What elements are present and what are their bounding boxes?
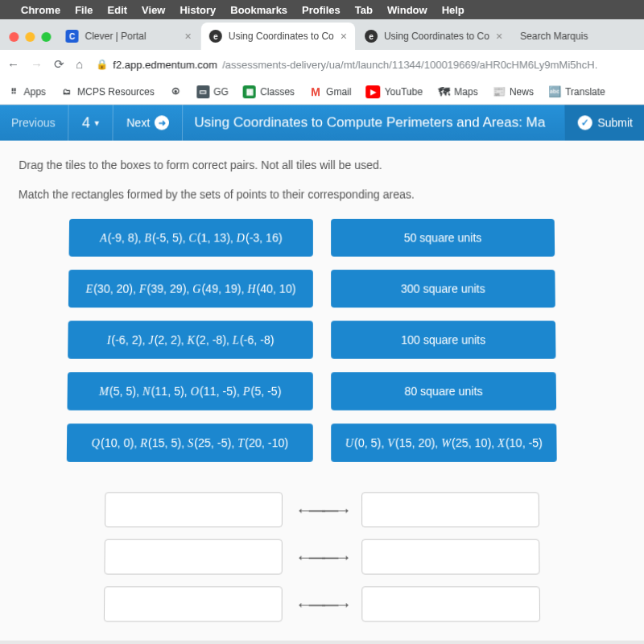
close-tab-icon[interactable]: × <box>496 30 502 43</box>
close-window-button[interactable] <box>9 32 19 42</box>
menu-chrome[interactable]: Chrome <box>21 3 60 15</box>
bookmark-gmail[interactable]: M Gmail <box>309 85 352 98</box>
bookmark-apps[interactable]: ⠿ Apps <box>6 85 46 98</box>
bookmark-classes[interactable]: ▦ Classes <box>243 85 295 98</box>
tile-area-100[interactable]: 100 square units <box>331 321 555 359</box>
favicon-clever: C <box>65 30 78 43</box>
circle-icon: ⦿ <box>169 85 182 98</box>
back-button[interactable]: ← <box>7 57 19 72</box>
maps-icon: 🗺 <box>437 85 450 98</box>
close-tab-icon[interactable]: × <box>341 30 347 43</box>
drop-row: ←——→ <box>104 539 539 575</box>
bookmark-news[interactable]: 📰 News <box>493 85 534 98</box>
bookmark-mcps[interactable]: 🗂 MCPS Resources <box>60 85 155 98</box>
assessment-title: Using Coordinates to Compute Perimeters … <box>183 105 565 140</box>
drop-row: ←——→ <box>104 586 540 621</box>
tab-label: Using Coordinates to Co <box>229 31 334 42</box>
tab-label: Clever | Portal <box>85 31 146 42</box>
tile-points-mnop[interactable]: M(5, 5), N(11, 5), O(11, -5), P(5, -5) <box>67 372 312 410</box>
tile-points-uvwx[interactable]: U(0, 5), V(15, 20), W(25, 10), X(10, -5) <box>331 423 557 462</box>
double-arrow-icon: ←——→ <box>295 500 348 519</box>
arrow-right-icon: ➜ <box>155 115 169 130</box>
tab-search-marquis[interactable]: Search Marquis <box>512 23 597 50</box>
drop-box-left[interactable] <box>105 492 283 527</box>
menu-bookmarks[interactable]: Bookmarks <box>230 3 287 15</box>
minimize-window-button[interactable] <box>25 32 35 42</box>
question-content: Drag the tiles to the boxes to form corr… <box>0 141 644 641</box>
bookmark-label: Translate <box>565 86 605 97</box>
tab-edmentum-2[interactable]: e Using Coordinates to Co × <box>357 23 510 50</box>
submit-button[interactable]: ✓ Submit <box>565 105 644 140</box>
url-field[interactable]: 🔒 f2.app.edmentum.com/assessments-delive… <box>96 59 597 71</box>
tab-active[interactable]: e Using Coordinates to Co × <box>201 23 355 50</box>
previous-label: Previous <box>11 116 56 129</box>
drop-box-right[interactable] <box>361 586 540 621</box>
menu-window[interactable]: Window <box>387 3 427 15</box>
mac-menubar: Chrome File Edit View History Bookmarks … <box>0 0 644 19</box>
window-controls <box>6 32 57 50</box>
menu-profiles[interactable]: Profiles <box>302 3 341 15</box>
bookmark-label: Gmail <box>326 86 351 97</box>
tile-area-300[interactable]: 300 square units <box>331 270 555 308</box>
next-label: Next <box>126 116 150 129</box>
bookmark-label: MCPS Resources <box>77 86 155 97</box>
youtube-icon: ▶ <box>366 85 381 98</box>
tile-points-abcd[interactable]: A(-9, 8), B(-5, 5), C(1, 13), D(-3, 16) <box>69 219 313 257</box>
folder-icon: 🗂 <box>60 85 73 98</box>
translate-icon: 🔤 <box>548 85 561 98</box>
tiles-column-left: A(-9, 8), B(-5, 5), C(1, 13), D(-3, 16) … <box>67 219 313 462</box>
bookmark-item[interactable]: ⦿ <box>169 85 182 98</box>
folder-icon: ▭ <box>196 85 209 98</box>
tiles-column-right: 50 square units 300 square units 100 squ… <box>331 219 577 462</box>
tile-points-ijkl[interactable]: I(-6, 2), J(2, 2), K(2, -8), L(-6, -8) <box>68 321 313 359</box>
drop-box-right[interactable] <box>361 539 539 575</box>
address-bar: ← → ⟳ ⌂ 🔒 f2.app.edmentum.com/assessment… <box>0 50 644 79</box>
news-icon: 📰 <box>493 85 506 98</box>
menu-edit[interactable]: Edit <box>107 3 127 15</box>
menu-view[interactable]: View <box>142 3 166 15</box>
drop-box-left[interactable] <box>104 539 282 575</box>
bookmark-label: Maps <box>454 86 478 97</box>
bookmark-label: News <box>510 86 534 97</box>
tile-area-50[interactable]: 50 square units <box>331 219 555 257</box>
double-arrow-icon: ←——→ <box>295 547 349 567</box>
bookmarks-bar: ⠿ Apps 🗂 MCPS Resources ⦿ ▭ GG ▦ Classes… <box>0 79 644 105</box>
previous-button[interactable]: Previous <box>0 105 69 140</box>
double-arrow-icon: ←——→ <box>295 594 349 613</box>
forward-button[interactable]: → <box>31 57 43 72</box>
assessment-header: Previous 4 ▾ Next ➜ Using Coordinates to… <box>0 105 644 140</box>
drop-box-right[interactable] <box>361 492 539 527</box>
question-number-dropdown[interactable]: 4 ▾ <box>69 105 114 140</box>
bookmark-maps[interactable]: 🗺 Maps <box>437 85 478 98</box>
instruction-secondary: Match the rectangles formed by the sets … <box>19 188 626 200</box>
bookmark-label: Apps <box>23 86 46 97</box>
menu-tab[interactable]: Tab <box>355 3 373 15</box>
maximize-window-button[interactable] <box>41 32 51 42</box>
tile-points-qrst[interactable]: Q(10, 0), R(15, 5), S(25, -5), T(20, -10… <box>67 423 313 462</box>
menu-help[interactable]: Help <box>442 3 464 15</box>
tile-points-efgh[interactable]: E(30, 20), F(39, 29), G(49, 19), H(40, 1… <box>68 270 313 308</box>
reload-button[interactable]: ⟳ <box>54 57 64 72</box>
url-domain: f2.app.edmentum.com <box>113 59 217 71</box>
menu-file[interactable]: File <box>75 3 93 15</box>
tile-area-80[interactable]: 80 square units <box>331 372 556 410</box>
bookmark-label: Classes <box>260 86 295 97</box>
lock-icon: 🔒 <box>96 59 108 70</box>
bookmark-translate[interactable]: 🔤 Translate <box>548 85 605 98</box>
next-button[interactable]: Next ➜ <box>114 105 184 140</box>
tab-clever[interactable]: C Clever | Portal × <box>57 23 200 50</box>
tab-label: Search Marquis <box>520 31 588 42</box>
browser-tab-bar: C Clever | Portal × e Using Coordinates … <box>0 19 644 50</box>
drop-row: ←——→ <box>105 492 539 527</box>
close-tab-icon[interactable]: × <box>184 30 191 43</box>
drop-box-left[interactable] <box>104 586 283 621</box>
home-button[interactable]: ⌂ <box>76 57 83 72</box>
drop-zones: ←——→ ←——→ ←——→ <box>13 492 631 621</box>
bookmark-label: YouTube <box>385 86 423 97</box>
tiles-container: A(-9, 8), B(-5, 5), C(1, 13), D(-3, 16) … <box>14 219 629 462</box>
bookmark-gg[interactable]: ▭ GG <box>196 85 229 98</box>
bookmark-youtube[interactable]: ▶ YouTube <box>366 85 423 98</box>
menu-history[interactable]: History <box>180 3 216 15</box>
favicon-edmentum: e <box>365 30 378 43</box>
apps-icon: ⠿ <box>6 85 19 98</box>
